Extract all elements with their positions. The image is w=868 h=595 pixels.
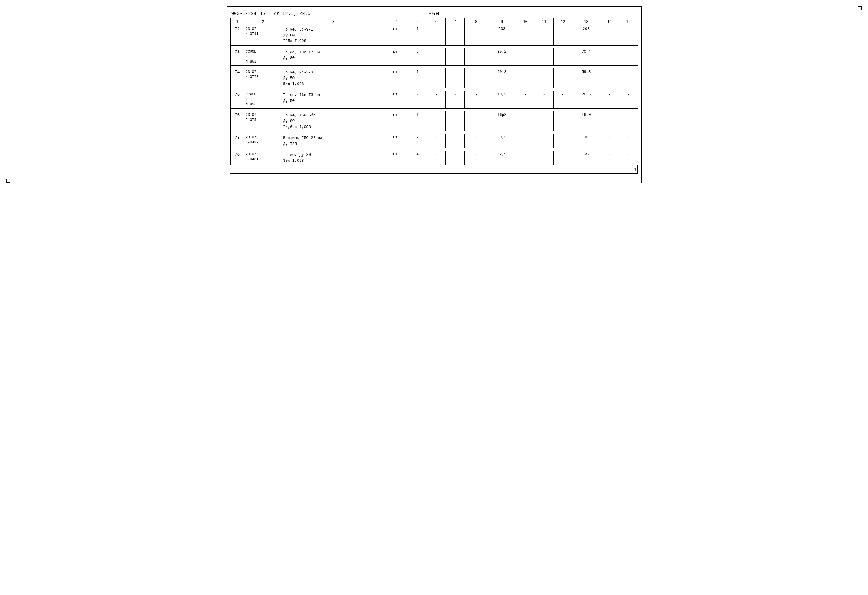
cell-col9: I6р3 bbox=[488, 111, 516, 131]
col-header-7: 7 bbox=[446, 18, 464, 25]
cell-col9: 32,9 bbox=[488, 151, 516, 165]
cell-col8: - bbox=[464, 111, 488, 131]
cell-col11: - bbox=[534, 151, 553, 165]
cell-col10: - bbox=[516, 151, 534, 165]
col-header-2: 2 bbox=[244, 18, 282, 25]
cell-col15: - bbox=[619, 134, 638, 148]
page-outer: 903-I-224.86 Ал.I2.I, кн.5 _650_ 1 2 3 4… bbox=[6, 6, 862, 183]
cell-col8: - bbox=[464, 68, 488, 88]
table-row: 75ССРСШч.Шп.856То же, I6с I3 нжДу 50шт.2… bbox=[230, 91, 638, 108]
cell-num: 73 bbox=[230, 48, 244, 65]
cell-col14: - bbox=[600, 134, 619, 148]
cell-col8: - bbox=[464, 25, 488, 46]
col-header-5: 5 bbox=[408, 18, 427, 25]
cell-col14: - bbox=[600, 111, 619, 131]
cell-col11: - bbox=[534, 68, 553, 88]
cell-col8: - bbox=[464, 151, 488, 165]
bottom-bar: L J bbox=[230, 165, 638, 174]
table-row: 7623-07I-0754То же, I6ч 6брДу 80I4,6 x I… bbox=[230, 111, 638, 131]
cell-col12: - bbox=[553, 68, 572, 88]
cell-ref: 23-07I-0482 bbox=[244, 134, 282, 148]
cell-desc: То же, 9с-3-3Ду 5054x I,098 bbox=[282, 68, 385, 88]
cell-col10: - bbox=[516, 134, 534, 148]
cell-col4: шт. bbox=[385, 151, 408, 165]
cell-col11: - bbox=[534, 91, 553, 108]
cell-desc: Вентиль I5С 22 нжДу I25 bbox=[282, 134, 385, 148]
cell-col5: 2 bbox=[408, 134, 427, 148]
header-row: 1 2 3 4 5 6 7 8 9 10 11 12 13 14 bbox=[230, 18, 638, 25]
cell-col13: 203 bbox=[572, 25, 601, 46]
cell-col4: шт. bbox=[385, 91, 408, 108]
table-row: 7423-074-OI78То же, 9с-3-3Ду 5054x I,098… bbox=[230, 68, 638, 88]
spacer-row bbox=[230, 108, 638, 111]
cell-col10: - bbox=[516, 91, 534, 108]
cell-col7: - bbox=[446, 48, 464, 65]
cell-col13: 26,6 bbox=[572, 91, 601, 108]
spacer-row bbox=[230, 88, 638, 91]
cell-desc: То же, I6ч 6брДу 80I4,6 x I,098 bbox=[282, 111, 385, 131]
corner-top-right bbox=[858, 6, 862, 10]
cell-col15: - bbox=[619, 91, 638, 108]
cell-col4: шт. bbox=[385, 25, 408, 46]
bottom-right-mark: J bbox=[632, 167, 638, 173]
cell-col10: - bbox=[516, 68, 534, 88]
col-header-11: 11 bbox=[534, 18, 553, 25]
cell-col7: - bbox=[446, 111, 464, 131]
doc-title: Ал.I2.I, кн.5 bbox=[274, 11, 311, 16]
cell-col4: шт. bbox=[385, 134, 408, 148]
cell-col11: - bbox=[534, 48, 553, 65]
cell-col14: - bbox=[600, 68, 619, 88]
table-row: 7723-07I-0482Вентиль I5С 22 нжДу I25шт.2… bbox=[230, 134, 638, 148]
cell-col9: 69,2 bbox=[488, 134, 516, 148]
cell-col12: - bbox=[553, 48, 572, 65]
col-header-13: 13 bbox=[572, 18, 601, 25]
cell-col9: 35,2 bbox=[488, 48, 516, 65]
col-header-10: 10 bbox=[516, 18, 534, 25]
cell-col9: I3,3 bbox=[488, 91, 516, 108]
cell-col13: I6,0 bbox=[572, 111, 601, 131]
cell-desc: То же, Ду 8030x I,098 bbox=[282, 151, 385, 165]
cell-col15: - bbox=[619, 68, 638, 88]
col-header-1: 1 bbox=[230, 18, 244, 25]
cell-col7: - bbox=[446, 134, 464, 148]
cell-desc: То же, I6с I3 нжДу 50 bbox=[282, 91, 385, 108]
cell-col15: - bbox=[619, 111, 638, 131]
cell-col14: - bbox=[600, 151, 619, 165]
cell-col9: 59,3 bbox=[488, 68, 516, 88]
bottom-left-mark: L bbox=[230, 167, 236, 173]
cell-col12: - bbox=[553, 91, 572, 108]
cell-col4: шт. bbox=[385, 48, 408, 65]
cell-num: 75 bbox=[230, 91, 244, 108]
cell-col6: - bbox=[427, 68, 446, 88]
cell-col12: - bbox=[553, 111, 572, 131]
cell-col6: - bbox=[427, 151, 446, 165]
table-row: 7823-07I-048IТо же, Ду 8030x I,098шт.4--… bbox=[230, 151, 638, 165]
col-header-12: 12 bbox=[553, 18, 572, 25]
cell-desc: То же, 6с-9-IДу 80I85x I,098 bbox=[282, 25, 385, 46]
cell-col7: - bbox=[446, 25, 464, 46]
cell-col8: - bbox=[464, 91, 488, 108]
cell-col6: - bbox=[427, 48, 446, 65]
cell-col6: - bbox=[427, 111, 446, 131]
cell-col14: - bbox=[600, 91, 619, 108]
cell-col12: - bbox=[553, 151, 572, 165]
cell-col12: - bbox=[553, 25, 572, 46]
page-container: 903-I-224.86 Ал.I2.I, кн.5 _650_ 1 2 3 4… bbox=[227, 6, 642, 183]
col-header-8: 8 bbox=[464, 18, 488, 25]
cell-col14: - bbox=[600, 25, 619, 46]
cell-col10: - bbox=[516, 25, 534, 46]
cell-col15: - bbox=[619, 25, 638, 46]
cell-desc: То же, I9с I7 нжДу 80 bbox=[282, 48, 385, 65]
cell-ref: 23-07I-0754 bbox=[244, 111, 282, 131]
cell-col5: 4 bbox=[408, 151, 427, 165]
cell-col13: I38 bbox=[572, 134, 601, 148]
doc-ref: 903-I-224.86 bbox=[232, 11, 265, 16]
corner-bottom-left bbox=[6, 179, 10, 183]
cell-ref: ССРСШч.Шп.856 bbox=[244, 91, 282, 108]
col-header-6: 6 bbox=[427, 18, 446, 25]
cell-col6: - bbox=[427, 134, 446, 148]
cell-col5: I bbox=[408, 25, 427, 46]
cell-col5: I bbox=[408, 111, 427, 131]
main-table-wrapper: 1 2 3 4 5 6 7 8 9 10 11 12 13 14 bbox=[230, 18, 638, 165]
col-header-3: 3 bbox=[282, 18, 385, 25]
